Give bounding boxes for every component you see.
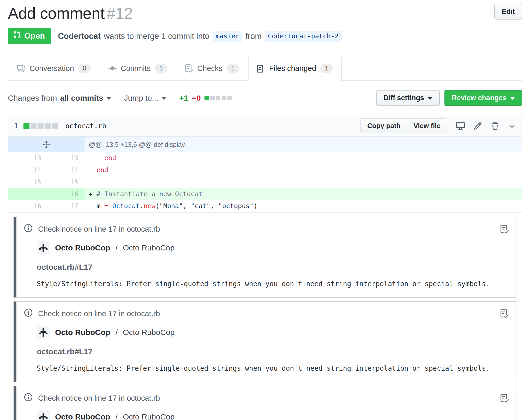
diffstat-square-neutral [38,123,44,129]
check-run-name: Octo RuboCop [123,243,174,252]
checklist-icon[interactable] [500,225,509,233]
check-app-name: Octo RuboCop [55,328,110,337]
diffstat-square-neutral [210,96,215,100]
annotation-path-link[interactable]: octocat.rb#L17 [37,263,509,272]
info-icon [24,309,32,319]
old-line-number[interactable]: 13 [8,152,47,164]
hunk-header-row: @@ -13,5 +13,6 @@ def display [8,137,522,152]
review-changes-button[interactable]: Review changes [444,90,522,106]
checklist-icon [185,64,193,73]
git-pull-request-icon [13,31,21,41]
chevron-down-icon [510,97,515,100]
chevron-down-icon[interactable] [508,122,516,130]
pr-status-row: Open Codertocat wants to merge 1 commit … [8,28,522,44]
chevron-down-icon [161,97,166,100]
pr-status-text: Codertocat wants to merge 1 commit into … [58,31,342,42]
octo-rubocop-avatar [37,326,50,339]
chevron-down-icon [428,97,432,100]
check-annotation-card: Check notice on line 17 in octocat.rb Oc… [14,386,516,420]
diffstat-summary: +1 −0 [179,94,232,103]
base-branch-label[interactable]: master [213,31,242,42]
trash-icon[interactable] [491,122,499,130]
new-line-number[interactable]: 16 [47,188,85,200]
check-notice-text: Check notice on line 17 in octocat.rb [38,309,160,318]
edit-button[interactable]: Edit [494,4,522,20]
check-notice-text: Check notice on line 17 in octocat.rb [38,394,160,403]
tab-files-changed[interactable]: Files changed 1 [248,57,342,81]
from-word: from [245,32,262,41]
pr-header: Add comment#12 Edit [8,4,522,22]
chevron-down-icon [106,97,111,100]
tab-conversation[interactable]: Conversation 0 [8,57,100,81]
expand-hunk-button[interactable] [8,137,85,152]
check-annotation-card: Check notice on line 17 in octocat.rb Oc… [14,301,516,382]
device-desktop-icon[interactable] [456,122,465,130]
view-file-button[interactable]: View file [407,118,447,133]
jump-to-dropdown[interactable]: Jump to... [124,94,166,103]
diffstat-square-neutral [222,96,226,100]
diff-marker: + [89,188,97,200]
pr-state-label: Open [24,31,45,41]
code-line: end [85,152,522,164]
info-icon [24,224,32,234]
changes-from-dropdown[interactable]: Changes from all commits [8,94,111,103]
octo-rubocop-avatar [37,241,50,254]
old-line-number[interactable]: 16 [8,200,47,212]
old-line-number[interactable]: 14 [8,164,47,176]
tab-commits[interactable]: Commits 1 [100,57,176,81]
code-line [85,176,522,188]
git-commit-icon [109,64,117,73]
pencil-icon[interactable] [474,122,482,130]
check-annotation-card: Check notice on line 17 in octocat.rb Oc… [14,217,516,298]
diffstat-square-added [204,96,209,100]
annotation-path-link[interactable]: octocat.rb#L17 [37,347,509,356]
diffstat-square-neutral [31,123,37,129]
pr-number: #12 [107,4,133,22]
code-line: end [85,164,522,176]
old-line-number[interactable]: 15 [8,176,47,188]
diff-toolbar: Changes from all commits Jump to... +1 −… [8,90,522,106]
comment-discussion-icon [17,64,25,73]
pull-request-files-page: Add comment#12 Edit Open Codertocat want… [0,0,530,420]
diffstat-square-neutral [45,123,51,129]
file-diff-panel: 1 octocat.rb Copy path View file @@ -13,… [8,115,522,420]
tab-checks[interactable]: Checks 1 [176,57,248,81]
diffstat-blocks [204,96,232,100]
check-app-name: Octo RuboCop [55,243,110,252]
check-app-name: Octo RuboCop [55,412,110,420]
diff-settings-button[interactable]: Diff settings [376,90,440,106]
new-line-number[interactable]: 15 [47,176,85,188]
check-run-name: Octo RuboCop [123,412,174,420]
additions-count: +1 [179,94,188,103]
new-line-number[interactable]: 17 [47,200,85,212]
file-name[interactable]: octocat.rb [65,122,106,130]
octo-rubocop-avatar [37,410,50,420]
diffstat-square-added [23,123,29,129]
page-title: Add comment#12 [8,5,133,22]
diff-marker [89,164,97,176]
pr-title-text: Add comment [8,4,105,22]
code-line: m = Octocat.new("Mona", "cat", "octopus"… [85,200,522,212]
new-line-number[interactable]: 14 [47,164,85,176]
author-link[interactable]: Codertocat [58,32,101,41]
new-line-number[interactable]: 13 [47,152,85,164]
diffstat-square-neutral [216,96,220,100]
file-diff-icon [257,64,265,73]
copy-path-button[interactable]: Copy path [360,118,407,133]
diff-row: 1414 end [8,164,522,176]
diff-table: 1313 end1414 end1515 16+# Instantiate a … [8,152,522,212]
check-run-name: Octo RuboCop [123,328,174,337]
head-branch-label[interactable]: Codertocat-patch-2 [265,31,342,42]
diff-row: 1313 end [8,152,522,164]
diff-row-added: 16+# Instantiate a new Octocat [8,188,522,200]
changed-files-count: 1 [14,122,18,130]
checklist-icon[interactable] [500,394,509,403]
file-header: 1 octocat.rb Copy path View file [8,115,522,137]
hunk-header-text: @@ -13,5 +13,6 @@ def display [85,137,522,152]
old-line-number[interactable] [8,188,47,200]
checklist-icon[interactable] [500,309,509,318]
diff-marker [89,176,97,188]
check-annotations: Check notice on line 17 in octocat.rb Oc… [8,212,522,420]
pr-state-badge: Open [8,28,51,44]
info-icon [24,393,32,403]
